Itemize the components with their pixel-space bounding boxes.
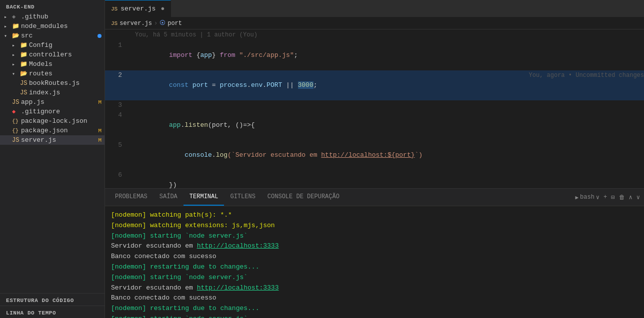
token: from — [216, 51, 240, 59]
line-number-4: 4 — [105, 110, 130, 120]
sidebar-timeline: LINHA DO TEMPO — [0, 306, 104, 318]
sidebar-item-gitignore[interactable]: ◆ .gitignore — [0, 107, 104, 116]
line-content-4[interactable]: app.listen(port, ()=>{ — [130, 110, 644, 140]
tab-output[interactable]: SAÍDA — [154, 189, 184, 206]
line-number-5: 5 — [105, 140, 130, 150]
terminal-line-3: [nodemon] starting `node server.js` — [111, 231, 638, 242]
code-line-6: 6 }) — [105, 170, 644, 188]
terminal-line-1: [nodemon] watching path(s): *.* — [111, 210, 638, 221]
token: port — [192, 81, 212, 89]
js-icon: JS — [20, 80, 29, 87]
terminal-line-2: [nodemon] watching extensions: js,mjs,js… — [111, 221, 638, 231]
tab-gitlens[interactable]: GITLENS — [224, 189, 261, 206]
token: console — [169, 151, 212, 159]
panel-chevron-down-icon[interactable]: ∨ — [636, 194, 640, 201]
sidebar-item-bookroutes[interactable]: JS bookRoutes.js — [0, 78, 104, 88]
breadcrumb-js-icon: JS — [111, 20, 118, 26]
line-content-1[interactable]: import {app} from "./src/app.js"; — [130, 40, 644, 70]
panel-chevron-up-icon[interactable]: ∧ — [629, 194, 632, 201]
terminal-icon: ▶ — [575, 194, 578, 201]
folder-open-icon: 📂 — [12, 32, 21, 39]
sidebar-item-github[interactable]: ▸ ◈ .github — [0, 12, 104, 21]
line-number-1: 1 — [105, 40, 130, 50]
token: import — [169, 51, 196, 59]
sidebar-item-app[interactable]: JS app.js M — [0, 97, 104, 107]
terminal-shell-button[interactable]: ▶ bash ∨ — [575, 194, 600, 201]
terminal-link-1[interactable]: http://localhost:3333 — [197, 242, 279, 250]
js-icon: JS — [12, 99, 21, 106]
code-content[interactable]: 1 import {app} from "./src/app.js"; 2 co… — [105, 40, 644, 188]
line-content-5[interactable]: console.log(`Servidor escutando em http:… — [130, 140, 644, 170]
token: "./src/app.js" — [239, 51, 294, 59]
line-content-3[interactable] — [130, 100, 644, 110]
sidebar-label-src: src — [21, 32, 98, 39]
breadcrumb-symbol-icon: ⦿ — [160, 19, 166, 27]
arrow-icon: ▸ — [4, 14, 12, 20]
modified-dot-badge — [98, 34, 102, 38]
code-line-5: 5 console.log(`Servidor escutando em htt… — [105, 140, 644, 170]
sidebar-label-app: app.js — [21, 98, 98, 106]
terminal-link-2[interactable]: http://localhost:3333 — [197, 284, 279, 292]
sidebar-section-title: BACK-END — [0, 0, 104, 12]
folder-open-icon: 📂 — [20, 70, 29, 77]
line-number-6: 6 — [105, 170, 130, 180]
arrow-icon: ▸ — [12, 61, 20, 67]
sidebar-item-server[interactable]: JS server.js M — [0, 135, 104, 145]
arrow-icon: ▾ — [12, 71, 20, 77]
terminal-line-5: Banco conectado com sucesso — [111, 252, 638, 262]
line-content-6[interactable]: }) — [130, 170, 644, 188]
sidebar-label-node-modules: node_modules — [21, 22, 104, 30]
token: || — [286, 81, 298, 89]
code-line-3: 3 — [105, 100, 644, 110]
token: env — [251, 81, 262, 89]
sidebar-item-src[interactable]: ▾ 📂 src — [0, 31, 104, 40]
split-terminal-button[interactable]: ⊟ — [611, 194, 614, 201]
json-icon: {} — [12, 128, 21, 134]
token: . — [247, 81, 251, 89]
modified-badge-server: M — [98, 137, 102, 143]
terminal-line-7: [nodemon] starting `node server.js` — [111, 273, 638, 283]
sidebar-item-package-lock[interactable]: {} package-lock.json — [0, 116, 104, 126]
sidebar-item-node-modules[interactable]: ▸ 📁 node_modules — [0, 21, 104, 31]
panel-actions: ▶ bash ∨ + ⊟ 🗑 ∧ ∨ — [575, 194, 640, 201]
sidebar-bottom: ESTRUTURA DO CÓDIGO LINHA DO TEMPO — [0, 293, 104, 318]
sidebar-item-config[interactable]: ▸ 📁 Config — [0, 40, 104, 50]
tab-output-label: SAÍDA — [160, 193, 178, 200]
sidebar-label-package-lock: package-lock.json — [21, 117, 104, 125]
terminal-line-6: [nodemon] restarting due to changes... — [111, 262, 638, 273]
tab-gitlens-label: GITLENS — [230, 193, 255, 200]
line-content-2[interactable]: const port = process.env.PORT || 3000; — [130, 70, 519, 100]
modified-badge-app: M — [98, 99, 102, 105]
main-area: JS server.js ● JS server.js › ⦿ port You… — [105, 0, 644, 318]
shell-label: bash — [580, 194, 594, 201]
tab-debug-console[interactable]: CONSOLE DE DEPURAÇÃO — [262, 189, 346, 206]
code-line-2: 2 const port = process.env.PORT || 3000;… — [105, 70, 644, 100]
panel-tab-bar: PROBLEMAS SAÍDA TERMINAL GITLENS CONSOLE… — [105, 189, 644, 206]
sidebar-code-structure: ESTRUTURA DO CÓDIGO — [0, 293, 104, 306]
token: PORT — [266, 81, 286, 89]
token: 3000 — [298, 81, 314, 89]
token: http://localhost:${port} — [321, 151, 414, 159]
sidebar-item-index[interactable]: JS index.js — [0, 88, 104, 97]
sidebar-item-controllers[interactable]: ▸ 📁 controllers — [0, 50, 104, 59]
sidebar: BACK-END ▸ ◈ .github ▸ 📁 node_modules ▾ … — [0, 0, 105, 318]
sidebar-label-index: index.js — [29, 89, 104, 96]
sidebar-item-routes[interactable]: ▾ 📂 routes — [0, 69, 104, 78]
terminal-line-9: Banco conectado com sucesso — [111, 293, 638, 304]
js-icon: JS — [20, 89, 29, 96]
terminal-line-4: Servidor escutando em http://localhost:3… — [111, 241, 638, 252]
add-terminal-button[interactable]: + — [604, 194, 607, 201]
sidebar-item-package[interactable]: {} package.json M — [0, 126, 104, 135]
token: . — [262, 81, 266, 89]
sidebar-label-github: .github — [21, 13, 104, 20]
terminal-content[interactable]: [nodemon] watching path(s): *.* [nodemon… — [105, 206, 644, 318]
trash-icon[interactable]: 🗑 — [619, 194, 625, 201]
tab-terminal[interactable]: TERMINAL — [184, 189, 224, 206]
tab-problems[interactable]: PROBLEMAS — [109, 189, 154, 206]
tab-server-js[interactable]: JS server.js ● — [105, 0, 171, 17]
token: log — [216, 151, 228, 159]
arrow-icon: ▸ — [12, 42, 20, 48]
folder-icon: 📁 — [20, 41, 29, 49]
sidebar-item-models[interactable]: ▸ 📁 Models — [0, 59, 104, 69]
sidebar-label-package: package.json — [21, 127, 98, 134]
